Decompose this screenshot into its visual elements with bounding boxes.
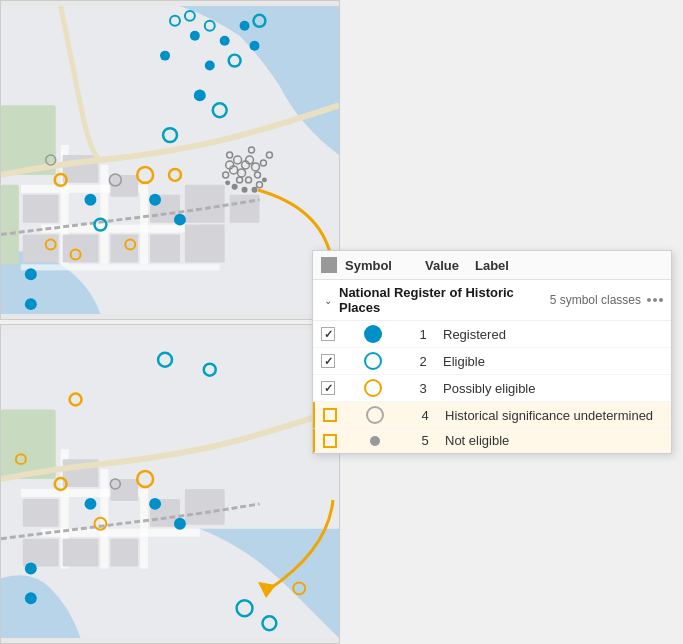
value-cell-5: 5 bbox=[405, 433, 445, 448]
svg-rect-77 bbox=[110, 479, 138, 501]
svg-rect-14 bbox=[150, 235, 180, 263]
svg-rect-3 bbox=[100, 165, 108, 264]
svg-rect-78 bbox=[23, 539, 59, 567]
legend-more-button[interactable] bbox=[647, 298, 663, 302]
svg-point-65 bbox=[262, 177, 267, 182]
svg-point-24 bbox=[174, 214, 186, 226]
symbol-cell-2 bbox=[343, 352, 403, 370]
symbol-cell-4 bbox=[345, 406, 405, 424]
symbol-cell-3 bbox=[343, 379, 403, 397]
value-cell-4: 4 bbox=[405, 408, 445, 423]
checkmark-2: ✓ bbox=[324, 355, 333, 368]
checkbox-1[interactable]: ✓ bbox=[321, 327, 335, 341]
checkbox-3[interactable]: ✓ bbox=[321, 381, 335, 395]
svg-rect-15 bbox=[185, 185, 225, 223]
svg-point-28 bbox=[205, 61, 215, 71]
svg-point-23 bbox=[149, 194, 161, 206]
value-cell-2: 2 bbox=[403, 354, 443, 369]
more-dot-2 bbox=[653, 298, 657, 302]
svg-point-86 bbox=[85, 498, 97, 510]
svg-rect-16 bbox=[185, 225, 225, 263]
legend-class-count: 5 symbol classes bbox=[550, 293, 641, 307]
checkbox-2[interactable]: ✓ bbox=[321, 354, 335, 368]
svg-rect-82 bbox=[185, 489, 225, 525]
legend-col-value-header: Value bbox=[425, 258, 475, 273]
checkbox-5[interactable] bbox=[323, 434, 337, 448]
legend-layer-name: National Register of Historic Places bbox=[339, 285, 550, 315]
svg-point-62 bbox=[242, 187, 248, 193]
label-cell-2: Eligible bbox=[443, 354, 663, 369]
label-cell-5: Not eligible bbox=[445, 433, 663, 448]
legend-row-5: 5 Not eligible bbox=[313, 429, 671, 453]
svg-point-27 bbox=[190, 31, 200, 41]
svg-rect-11 bbox=[63, 235, 99, 263]
circle-outline-teal-2 bbox=[364, 352, 382, 370]
legend-col-label-header: Label bbox=[475, 258, 663, 273]
svg-point-21 bbox=[25, 298, 37, 310]
svg-rect-79 bbox=[63, 539, 99, 567]
svg-point-22 bbox=[85, 194, 97, 206]
label-cell-1: Registered bbox=[443, 327, 663, 342]
svg-rect-6 bbox=[21, 264, 220, 270]
legend-panel: Symbol Value Label ⌄ National Register o… bbox=[312, 250, 672, 454]
svg-point-26 bbox=[160, 51, 170, 61]
svg-rect-7 bbox=[23, 195, 59, 223]
more-dot-3 bbox=[659, 298, 663, 302]
legend-row-1: ✓ 1 Registered bbox=[313, 321, 671, 348]
checkmark-1: ✓ bbox=[324, 328, 333, 341]
svg-point-64 bbox=[232, 184, 238, 190]
circle-filled-teal-1 bbox=[364, 325, 382, 343]
label-cell-3: Possibly eligible bbox=[443, 381, 663, 396]
expand-icon[interactable]: ⌄ bbox=[321, 293, 335, 307]
svg-point-29 bbox=[240, 21, 250, 31]
more-dot-1 bbox=[647, 298, 651, 302]
checkmark-3: ✓ bbox=[324, 382, 333, 395]
map-panel-bottom[interactable] bbox=[0, 324, 340, 644]
svg-point-88 bbox=[174, 518, 186, 530]
svg-point-30 bbox=[250, 41, 260, 51]
svg-point-66 bbox=[225, 180, 230, 185]
circle-outline-orange-3 bbox=[364, 379, 382, 397]
svg-point-25 bbox=[194, 89, 206, 101]
svg-point-63 bbox=[252, 187, 258, 193]
svg-rect-19 bbox=[1, 185, 19, 265]
value-cell-3: 3 bbox=[403, 381, 443, 396]
svg-rect-17 bbox=[230, 195, 260, 223]
svg-point-84 bbox=[25, 563, 37, 575]
circle-small-gray-5 bbox=[370, 436, 380, 446]
legend-header-icon bbox=[321, 257, 337, 273]
legend-col-symbol-header: Symbol bbox=[345, 258, 425, 273]
map-panel-top[interactable] bbox=[0, 0, 340, 320]
legend-header: Symbol Value Label bbox=[313, 251, 671, 280]
svg-point-20 bbox=[25, 268, 37, 280]
label-cell-4: Historical significance undetermined bbox=[445, 408, 663, 423]
svg-rect-75 bbox=[23, 499, 59, 527]
value-cell-1: 1 bbox=[403, 327, 443, 342]
circle-outline-gray-4 bbox=[366, 406, 384, 424]
symbol-cell-1 bbox=[343, 325, 403, 343]
legend-row-2: ✓ 2 Eligible bbox=[313, 348, 671, 375]
svg-rect-80 bbox=[110, 539, 138, 567]
checkbox-4[interactable] bbox=[323, 408, 337, 422]
legend-row-4: 4 Historical significance undetermined bbox=[313, 402, 671, 429]
map-container bbox=[0, 0, 340, 644]
legend-row-3: ✓ 3 Possibly eligible bbox=[313, 375, 671, 402]
svg-point-31 bbox=[220, 36, 230, 46]
legend-layer-row[interactable]: ⌄ National Register of Historic Places 5… bbox=[313, 280, 671, 321]
symbol-cell-5 bbox=[345, 436, 405, 446]
svg-point-85 bbox=[25, 592, 37, 604]
svg-point-87 bbox=[149, 498, 161, 510]
